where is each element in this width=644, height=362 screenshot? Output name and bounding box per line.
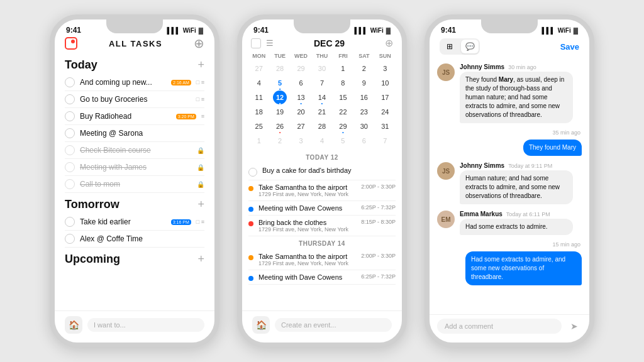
cal-cell[interactable]: 4 [315,134,329,148]
cal-close-button[interactable]: ⊕ [385,37,393,49]
cal-cell[interactable]: 16 [357,90,371,104]
task-icons: □ ≡ [196,96,204,102]
cal-checkbox[interactable] [251,38,261,48]
hamburger-icon[interactable]: ☰ [266,38,274,48]
task-checkbox[interactable] [65,94,75,104]
tasks-add-button[interactable]: ⊕ [194,37,204,50]
tomorrow-add-button[interactable]: + [197,198,204,211]
cal-event[interactable]: Meeting with Dave Cowens 6:25P - 7:32P [248,270,396,285]
cal-cell[interactable]: 8 [336,76,350,90]
cal-cell-today[interactable]: 12 [273,90,287,104]
task-checkbox[interactable] [65,217,75,227]
task-badge: 3:20 PM [176,114,196,119]
task-checkbox[interactable] [65,145,75,155]
cal-cell[interactable]: 6 [294,76,308,90]
cal-cell[interactable]: 29 [336,119,350,133]
cal-cell[interactable]: 4 [252,76,266,90]
cal-cell[interactable]: 28 [315,119,329,133]
cal-cell[interactable]: 30 [315,62,329,75]
calendar-grid: MON TUE WED THU FRI SAT SUN 27 28 29 30 [242,52,402,150]
comment-input[interactable]: Add a comment [437,319,562,334]
cal-cell[interactable]: 5 [336,134,350,148]
event-checkbox[interactable] [248,168,257,177]
task-checkbox[interactable] [65,77,75,87]
cal-cell[interactable]: 14 [315,90,329,104]
cal-cell[interactable]: 27 [294,119,308,133]
event-title: Take Samantha to the airport [258,184,356,191]
chat-tab-grid[interactable]: ⊞ [441,40,458,53]
create-event-input[interactable]: Create an event... [275,318,392,332]
cal-cell[interactable]: 23 [357,105,371,119]
task-text: Check Bitcoin course [80,146,192,155]
chat-tab-bubble[interactable]: 💬 [461,40,479,53]
signal-icon-3: ▌▌▌ [541,27,555,34]
thursday-divider: THURSDAY 14 [248,240,396,247]
cal-cell[interactable]: 18 [252,105,266,119]
cal-cell[interactable]: 29 [294,62,308,75]
task-item[interactable]: Take kid earlier 3:16 PM □ ≡ [65,214,204,231]
cal-event[interactable]: Take Samantha to the airport 1729 First … [248,180,396,201]
cal-cell[interactable]: 28 [273,62,287,75]
task-item[interactable]: Go to buy Groceries □ ≡ [65,91,204,108]
cal-cell[interactable]: 30 [357,119,371,133]
home-button[interactable]: 🏠 [252,316,270,334]
task-text: Go to buy Groceries [80,95,191,104]
cal-cell[interactable]: 25 [252,119,266,133]
cal-cell[interactable]: 1 [252,134,266,148]
task-icons: □ ≡ [196,219,204,225]
tomorrow-label: Tomorrow [65,198,119,211]
save-button[interactable]: Save [560,42,579,52]
task-checkbox[interactable] [65,162,75,172]
cal-cell[interactable]: 5 [273,76,287,90]
cal-cell[interactable]: 7 [315,76,329,90]
phone-tasks: 9:41 ▌▌▌ WiFi ▓ ALL TASKS ⊕ Today + [50,14,219,348]
task-checkbox[interactable] [65,179,75,189]
today-add-button[interactable]: + [197,58,204,72]
cal-cell[interactable]: 10 [378,76,392,90]
task-badge: 2:16 AM [171,80,191,85]
cal-cell[interactable]: 21 [315,105,329,119]
cal-event[interactable]: Take Samantha to the airport 1729 First … [248,250,396,270]
cal-cell[interactable]: 9 [357,76,371,90]
cal-cell[interactable]: 22 [336,105,350,119]
cal-cell[interactable]: 13 [294,90,308,104]
cal-cell[interactable]: 31 [378,119,392,133]
cal-cell[interactable]: 3 [294,134,308,148]
cal-cell[interactable]: 6 [357,134,371,148]
cal-event[interactable]: Meeting with Dave Cowens 6:25P - 7:32P [248,201,396,216]
task-item[interactable]: Alex @ Coffe Time [65,231,204,248]
cal-cell[interactable]: 1 [336,62,350,75]
cal-cell[interactable]: 11 [252,90,266,104]
task-item[interactable]: And coming up new... 2:16 AM □ ≡ [65,74,204,91]
message-time: Today at 9:11 PM [508,163,552,169]
event-info: Meeting with Dave Cowens [258,273,356,281]
task-checkbox[interactable] [65,111,75,121]
task-item[interactable]: Meeting @ Sarona [65,125,204,142]
send-button[interactable]: ➤ [567,319,582,334]
blue-dot [248,276,253,281]
message-bubble: Had some extracts to admire. [460,219,573,235]
tasks-input[interactable]: I want to... [87,318,204,332]
status-time-3: 9:41 [441,26,456,35]
status-icons-1: ▌▌▌ WiFi ▓ [167,27,203,34]
cal-cell[interactable]: 2 [357,62,371,75]
cal-event[interactable]: Bring back the clothes 1729 First ave, N… [248,216,396,236]
cal-event[interactable]: Buy a cake for dad's birthday [248,163,396,180]
cal-cell[interactable]: 24 [378,105,392,119]
cal-days-header: MON TUE WED THU FRI SAT SUN [248,52,396,60]
outgoing-group: 35 min ago They found Mary [437,129,582,156]
task-checkbox[interactable] [65,128,75,138]
home-button[interactable]: 🏠 [65,316,82,334]
cal-cell[interactable]: 27 [252,62,266,75]
cal-cell[interactable]: 26 [273,119,287,133]
cal-cell[interactable]: 7 [378,134,392,148]
cal-cell[interactable]: 15 [336,90,350,104]
cal-cell[interactable]: 19 [273,105,287,119]
task-item[interactable]: Buy Radiohead 3:20 PM ≡ [65,108,204,125]
upcoming-add-button[interactable]: + [197,253,204,266]
cal-cell[interactable]: 3 [378,62,392,75]
cal-cell[interactable]: 20 [294,105,308,119]
task-checkbox[interactable] [65,234,75,244]
cal-cell[interactable]: 17 [378,90,392,104]
cal-cell[interactable]: 2 [273,134,287,148]
